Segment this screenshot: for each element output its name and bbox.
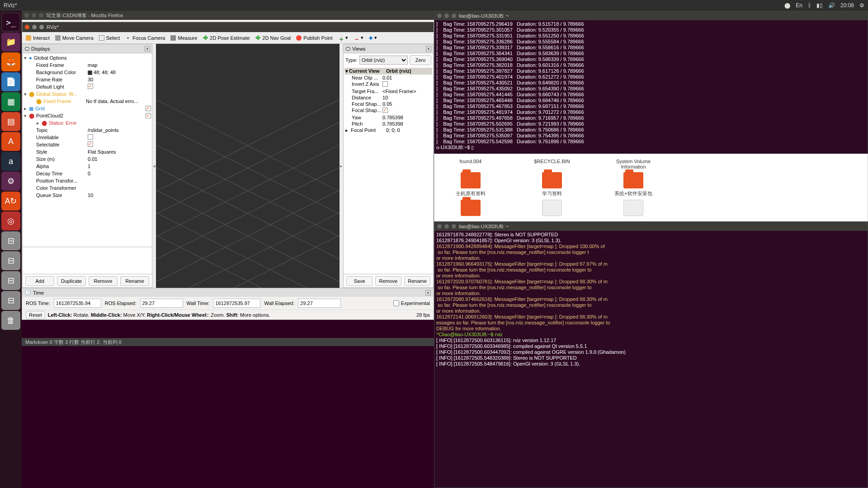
- views-panel: 🖵 Views × Type: Orbit (rviz) Zero ▾Curre…: [343, 44, 434, 288]
- tool-publish-point[interactable]: Publish Point: [296, 35, 332, 41]
- reset-button[interactable]: Reset: [26, 311, 45, 319]
- 3d-viewport[interactable]: [156, 44, 340, 288]
- duplicate-button[interactable]: Duplicate: [57, 276, 86, 286]
- terminal-button[interactable]: >_: [1, 13, 20, 32]
- time-panel-header: 🕒 Time ×: [22, 288, 434, 297]
- save-button[interactable]: Save: [346, 276, 373, 286]
- updater-button[interactable]: A↻: [1, 192, 20, 211]
- files-button[interactable]: 📁: [1, 33, 20, 52]
- type-label: Type:: [345, 57, 358, 63]
- tool-focus-camera[interactable]: Focus Camera: [125, 35, 165, 41]
- drive-button-2[interactable]: ⊟: [1, 251, 20, 270]
- close-icon[interactable]: ×: [425, 290, 431, 296]
- wallelapsed-input[interactable]: [298, 299, 341, 308]
- status-bar: Reset Left-Click: Rotate. Middle-Click: …: [22, 310, 434, 319]
- file-item[interactable]: found.004: [448, 159, 493, 169]
- file-item[interactable]: [529, 200, 575, 216]
- remove-button[interactable]: Remove: [89, 276, 118, 286]
- tool-select[interactable]: Select: [99, 35, 120, 41]
- bluetooth-icon[interactable]: ᛒ: [808, 2, 811, 9]
- close-icon[interactable]: [24, 13, 29, 18]
- svg-line-8: [156, 179, 340, 288]
- svg-line-9: [156, 202, 340, 288]
- file-item[interactable]: [611, 200, 656, 216]
- maximize-icon[interactable]: [39, 13, 43, 18]
- minimize-icon[interactable]: [32, 25, 37, 29]
- file-item[interactable]: $RECYCLE.BIN: [529, 159, 575, 169]
- file-item[interactable]: System VolumeInformation: [611, 159, 656, 169]
- add-button[interactable]: Add: [25, 276, 54, 286]
- close-icon[interactable]: [25, 25, 29, 29]
- battery-icon[interactable]: ▮▯: [816, 2, 823, 9]
- system-topbar: RViz* ⬤ En ᛒ ▮▯ 🔊 20:08 ⚙: [0, 0, 868, 11]
- calc-button[interactable]: ▦: [1, 92, 20, 111]
- drive-button-3[interactable]: ⊟: [1, 271, 20, 290]
- svg-line-13: [156, 89, 340, 202]
- file-manager-view[interactable]: found.004$RECYCLE.BINSystem VolumeInform…: [434, 154, 868, 224]
- tool-add[interactable]: ＋▾: [338, 35, 348, 41]
- splitter-right[interactable]: ▸: [340, 44, 343, 288]
- file-item[interactable]: 主机原有资料: [448, 172, 493, 197]
- trash-button[interactable]: 🗑: [1, 311, 20, 330]
- pdf-button[interactable]: ◎: [1, 211, 20, 230]
- unity-launcher: ◉ 📁 🦊 📄 ▦ ▤ A a ⚙ A↻ ◎ >_ RViz RViz ⊟ ⊟ …: [0, 11, 22, 488]
- tool-remove[interactable]: －▾: [354, 35, 363, 41]
- terminal-top[interactable]: liao@liao-UX303UB: ~ ] Bag Time: 1587095…: [434, 11, 868, 160]
- walltime-input[interactable]: [213, 299, 260, 308]
- software-button[interactable]: A: [1, 132, 20, 151]
- view-type-select[interactable]: Orbit (rviz): [359, 56, 408, 65]
- file-item[interactable]: 系统+软件安装包: [611, 172, 656, 197]
- tool-interact[interactable]: Interact: [26, 35, 50, 41]
- lang-indicator[interactable]: En: [796, 2, 802, 9]
- minimize-icon[interactable]: [32, 13, 36, 18]
- rostime-input[interactable]: [54, 299, 101, 308]
- rviz-toolbar: Interact Move Camera Select Focus Camera…: [22, 32, 434, 44]
- volume-icon[interactable]: 🔊: [828, 2, 835, 9]
- wifi-icon[interactable]: ⬤: [784, 2, 790, 9]
- time-panel: ROS Time: ROS Elapsed: Wall Time: Wall E…: [22, 297, 434, 310]
- writer-button[interactable]: 📄: [1, 72, 20, 91]
- close-icon[interactable]: ×: [426, 46, 431, 52]
- experimental-check[interactable]: [393, 299, 399, 308]
- firefox-button[interactable]: 🦊: [1, 52, 20, 71]
- drive-button-4[interactable]: ⊟: [1, 291, 20, 310]
- clock[interactable]: 20:08: [840, 2, 854, 9]
- svg-line-11: [156, 112, 340, 225]
- amazon-button[interactable]: a: [1, 152, 20, 171]
- rename-button[interactable]: Rename: [120, 276, 149, 286]
- panel-icon: 🖵: [345, 46, 350, 52]
- tool-extra[interactable]: ◆▾: [369, 35, 377, 41]
- terminal-bottom[interactable]: liao@liao-UX303UB: ~ 1612871876.24892277…: [434, 221, 868, 488]
- mouse-hint: Left-Click: Rotate. Middle-Click: Move X…: [48, 312, 270, 318]
- settings-button[interactable]: ⚙: [1, 172, 20, 191]
- roselapsed-input[interactable]: [140, 299, 183, 308]
- tool-2d-nav[interactable]: 2D Nav Goal: [255, 35, 291, 41]
- rviz-window: RViz* Interact Move Camera Select Focus …: [22, 22, 434, 320]
- file-item[interactable]: [448, 200, 493, 216]
- panel-icon: 🖵: [24, 46, 29, 52]
- firefox-title: 写文章-CSDN博客 - Mozilla Firefox: [46, 12, 123, 19]
- close-icon[interactable]: ×: [145, 46, 150, 52]
- fps-label: 28 fps: [416, 312, 430, 318]
- zero-button[interactable]: Zero: [410, 55, 431, 65]
- splitter-left[interactable]: ◂: [152, 44, 156, 288]
- svg-line-10: [156, 225, 340, 288]
- maximize-icon[interactable]: [39, 25, 44, 29]
- displays-title: Displays: [31, 46, 50, 52]
- rviz-title: RViz*: [47, 24, 59, 30]
- displays-tree[interactable]: ▾●Global Options Fixed Framemap Backgrou…: [23, 53, 152, 247]
- views-tree[interactable]: ▾Current ViewOrbit (rviz) Near Clip ...0…: [344, 67, 433, 274]
- rviz-titlebar[interactable]: RViz*: [22, 22, 434, 32]
- tool-measure[interactable]: Measure: [170, 35, 197, 41]
- display-description: [23, 247, 152, 274]
- svg-line-3: [156, 202, 340, 288]
- tool-2d-pose[interactable]: 2D Pose Estimate: [203, 35, 250, 41]
- impress-button[interactable]: ▤: [1, 112, 20, 131]
- clock-icon: 🕒: [25, 290, 31, 296]
- file-item[interactable]: 学习资料: [529, 172, 575, 197]
- gear-icon[interactable]: ⚙: [859, 2, 864, 9]
- remove-button[interactable]: Remove: [375, 276, 401, 286]
- rename-button[interactable]: Rename: [404, 276, 430, 286]
- drive-button-1[interactable]: ⊟: [1, 231, 20, 250]
- tool-move-camera[interactable]: Move Camera: [55, 35, 94, 41]
